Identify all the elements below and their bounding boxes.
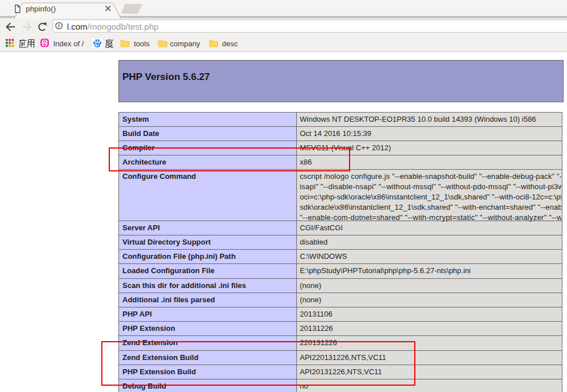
svg-text:W: W	[42, 40, 47, 46]
